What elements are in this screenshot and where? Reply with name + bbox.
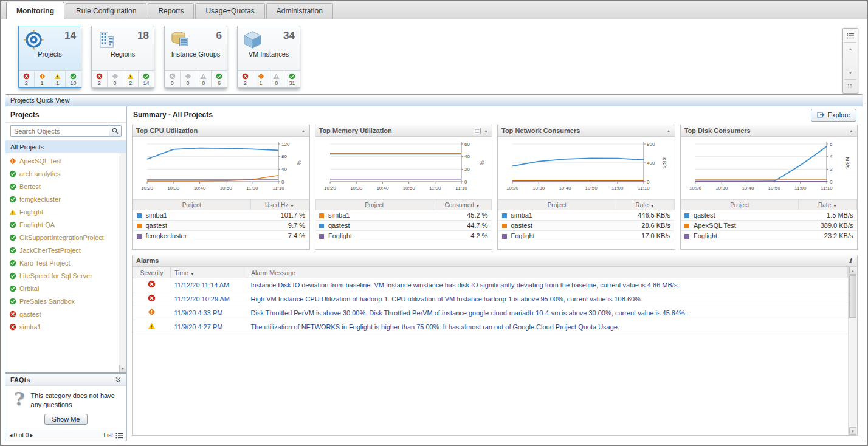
sidebar-item-qastest[interactable]: qastest <box>5 307 119 320</box>
legend-row[interactable]: Foglight 4.2 % <box>315 231 492 241</box>
action-panel-toolbar[interactable]: ▲ ▼ <box>842 28 858 94</box>
tile-status-warning[interactable]: 0 <box>269 71 285 87</box>
tile-instance-groups[interactable]: 6 Instance Groups 0006 <box>164 26 227 88</box>
tile-status-normal[interactable]: 14 <box>139 71 154 87</box>
tile-status-warning[interactable]: 0 <box>196 71 212 87</box>
chart-options-icon[interactable] <box>474 128 481 134</box>
sidebar-item-presales-sandbox[interactable]: PreSales Sandbox <box>5 295 119 307</box>
scroll-down-icon[interactable]: ▼ <box>119 365 126 372</box>
scroll-up-icon[interactable]: ▲ <box>849 267 856 275</box>
sidebar-item-all-projects[interactable]: All Projects <box>5 141 126 153</box>
collapse-icon[interactable]: ▲ <box>667 129 671 133</box>
tab-administration[interactable]: Administration <box>266 3 333 19</box>
legend-row[interactable]: simba1 101.7 % <box>133 210 309 221</box>
tile-projects[interactable]: 14 Projects 21110 <box>18 26 81 88</box>
tile-status-critical[interactable]: 1 <box>253 71 269 87</box>
sidebar-item-jackchertestproject[interactable]: JackCherTestProject <box>5 244 119 256</box>
tile-status-normal[interactable]: 10 <box>66 71 81 87</box>
svg-text:10:30: 10:30 <box>167 185 180 191</box>
scrollbar-thumb[interactable] <box>849 275 856 318</box>
alarms-column-alarm-message[interactable]: Alarm Message <box>247 267 848 278</box>
tile-status-critical[interactable]: 1 <box>35 71 50 87</box>
sidebar-item-karo-test-project[interactable]: Karo Test Project <box>5 256 119 269</box>
tab-monitoring[interactable]: Monitoring <box>6 2 64 19</box>
sidebar-item-orbital[interactable]: Orbital <box>5 282 119 295</box>
sidebar-item-foglight[interactable]: Foglight <box>5 205 119 218</box>
collapse-chevrons-icon[interactable] <box>115 377 122 383</box>
list-view-toggle[interactable]: List <box>103 432 123 439</box>
show-me-button[interactable]: Show Me <box>44 414 88 425</box>
alarm-row[interactable]: 11/12/20 11:14 AM Instance Disk IO devia… <box>133 278 848 292</box>
tile-status-normal[interactable]: 6 <box>212 71 227 87</box>
search-input[interactable] <box>10 125 109 137</box>
pager-next-icon[interactable]: ▶ <box>30 433 33 438</box>
alarm-row[interactable]: 11/9/20 4:27 PM The utilization of NETWO… <box>133 320 848 334</box>
sidebar-item-arch-analytics[interactable]: arch analytics <box>5 167 119 180</box>
sidebar-scrollbar[interactable]: ▼ <box>119 153 126 372</box>
sidebar-item-bertest[interactable]: Bertest <box>5 180 119 193</box>
alarm-row[interactable]: 11/12/20 10:29 AM High VM Instance CPU U… <box>133 292 848 306</box>
svg-text:11:10: 11:10 <box>821 185 833 191</box>
tile-status-fatal[interactable]: 2 <box>238 71 253 87</box>
column-header-project[interactable]: Project <box>133 200 251 210</box>
tab-reports[interactable]: Reports <box>148 3 194 19</box>
legend-row[interactable]: fcmgkecluster 7.4 % <box>133 231 309 241</box>
column-header-project[interactable]: Project <box>498 200 616 210</box>
sidebar-item-fcmgkecluster[interactable]: fcmgkecluster <box>5 193 119 205</box>
legend-row[interactable]: qastest 1.5 MB/s <box>681 210 857 221</box>
column-header-project[interactable]: Project <box>315 200 433 210</box>
collapse-icon[interactable]: ▲ <box>849 129 853 133</box>
tile-label: Projects <box>19 50 81 58</box>
tile-vm-instances[interactable]: 34 VM Instances 21031 <box>237 26 300 88</box>
tile-row: 14 Projects 21110 18 Regions 20214 6 Ins… <box>1 19 867 94</box>
sidebar-item-gitsupportintegrationproject[interactable]: GitSupportIntegrationProject <box>5 231 119 244</box>
tile-status-warning[interactable]: 2 <box>123 71 139 87</box>
search-icon[interactable] <box>109 125 122 137</box>
scroll-up-icon[interactable]: ▲ <box>844 44 856 54</box>
toolbar-scroll-track[interactable] <box>844 54 856 67</box>
tile-status-warning[interactable]: 1 <box>50 71 66 87</box>
tile-status-critical[interactable]: 0 <box>181 71 196 87</box>
column-header-sorted[interactable]: Rate ▼ <box>799 200 857 210</box>
sidebar-item-litespeed-for-sql-server[interactable]: LiteSpeed for Sql Server <box>5 269 119 282</box>
status-count: 1 <box>56 80 59 86</box>
legend-row[interactable]: simba1 446.5 KB/s <box>498 210 675 221</box>
alarm-row[interactable]: 11/9/20 4:33 PM Disk Throttled PerVM is … <box>133 306 848 320</box>
alarms-column-severity[interactable]: Severity <box>133 267 171 278</box>
drag-grip-icon[interactable] <box>844 81 856 91</box>
alarms-table-area: SeverityTime ▼Alarm Message 11/12/20 11:… <box>133 267 857 435</box>
sidebar-item-foglight-qa[interactable]: Foglight QA <box>5 218 119 231</box>
action-panel-menu-icon[interactable] <box>844 30 856 41</box>
tile-regions[interactable]: 18 Regions 20214 <box>91 26 154 88</box>
alarms-column-time[interactable]: Time ▼ <box>171 267 247 278</box>
tile-status-fatal[interactable]: 0 <box>165 71 181 87</box>
list-icon <box>115 433 123 439</box>
legend-row[interactable]: Foglight 17.0 KB/s <box>498 231 675 241</box>
tile-status-fatal[interactable]: 2 <box>19 71 35 87</box>
collapse-icon[interactable]: ▲ <box>301 129 306 133</box>
column-header-sorted[interactable]: Rate ▼ <box>616 200 674 210</box>
legend-row[interactable]: Foglight 23.2 KB/s <box>681 231 857 241</box>
collapse-icon[interactable]: ▲ <box>484 129 488 133</box>
legend-row[interactable]: ApexSQL Test 389.0 KB/s <box>681 221 857 231</box>
column-header-project[interactable]: Project <box>681 200 799 210</box>
column-header-sorted[interactable]: Consumed ▼ <box>433 200 492 210</box>
alarms-scrollbar[interactable]: ▲ ▼ <box>848 267 857 435</box>
legend-row[interactable]: qastest 44.7 % <box>315 221 492 231</box>
tile-status-fatal[interactable]: 2 <box>92 71 108 87</box>
sidebar-item-simba1[interactable]: simba1 <box>5 320 119 333</box>
pager-prev-icon[interactable]: ◀ <box>9 433 12 438</box>
tab-rule-configuration[interactable]: Rule Configuration <box>66 3 146 19</box>
tile-status-normal[interactable]: 31 <box>284 71 300 87</box>
sidebar-item-apexsql-test[interactable]: ApexSQL Test <box>5 154 119 167</box>
legend-row[interactable]: qastest 28.6 KB/s <box>498 221 675 231</box>
scroll-down-icon[interactable]: ▼ <box>849 427 856 435</box>
column-header-sorted[interactable]: Used Hz ▼ <box>250 200 309 210</box>
tab-usage-quotas[interactable]: Usage+Quotas <box>195 3 264 19</box>
info-icon[interactable]: i <box>849 256 853 265</box>
scroll-down-icon[interactable]: ▼ <box>844 67 856 78</box>
explore-button[interactable]: Explore <box>811 109 856 122</box>
tile-status-critical[interactable]: 0 <box>108 71 123 87</box>
legend-row[interactable]: qastest 9.7 % <box>133 221 309 231</box>
legend-row[interactable]: simba1 45.2 % <box>315 210 492 221</box>
